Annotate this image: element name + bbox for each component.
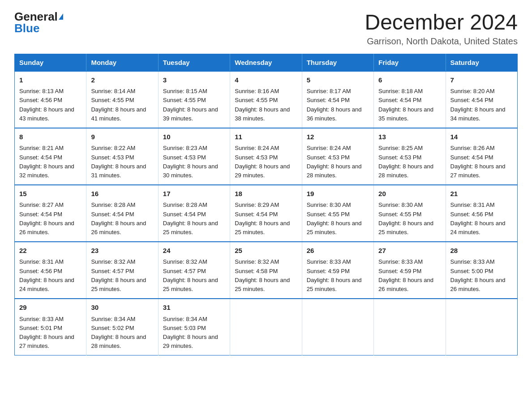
day-number: 3 bbox=[163, 75, 225, 86]
calendar-cell bbox=[374, 299, 446, 355]
calendar-cell: 22Sunrise: 8:31 AMSunset: 4:56 PMDayligh… bbox=[15, 242, 86, 299]
calendar-cell: 8Sunrise: 8:21 AMSunset: 4:54 PMDaylight… bbox=[15, 128, 86, 185]
calendar-body: 1Sunrise: 8:13 AMSunset: 4:56 PMDaylight… bbox=[15, 71, 518, 355]
calendar-cell: 7Sunrise: 8:20 AMSunset: 4:54 PMDaylight… bbox=[446, 71, 517, 128]
day-number: 24 bbox=[163, 246, 225, 256]
day-number: 28 bbox=[450, 246, 513, 256]
calendar-cell: 23Sunrise: 8:32 AMSunset: 4:57 PMDayligh… bbox=[86, 242, 158, 299]
day-info: Sunrise: 8:21 AMSunset: 4:54 PMDaylight:… bbox=[19, 145, 74, 178]
day-info: Sunrise: 8:28 AMSunset: 4:54 PMDaylight:… bbox=[163, 201, 218, 235]
calendar-cell: 18Sunrise: 8:29 AMSunset: 4:54 PMDayligh… bbox=[230, 185, 302, 242]
calendar-cell: 17Sunrise: 8:28 AMSunset: 4:54 PMDayligh… bbox=[158, 185, 230, 242]
day-info: Sunrise: 8:26 AMSunset: 4:54 PMDaylight:… bbox=[450, 145, 506, 178]
day-number: 30 bbox=[91, 303, 153, 313]
day-info: Sunrise: 8:29 AMSunset: 4:54 PMDaylight:… bbox=[235, 201, 290, 235]
day-info: Sunrise: 8:23 AMSunset: 4:53 PMDaylight:… bbox=[163, 145, 218, 178]
calendar-header: SundayMondayTuesdayWednesdayThursdayFrid… bbox=[15, 54, 518, 71]
weekday-header-monday: Monday bbox=[86, 54, 158, 71]
calendar-cell: 27Sunrise: 8:33 AMSunset: 4:59 PMDayligh… bbox=[374, 242, 446, 299]
day-number: 27 bbox=[378, 246, 441, 256]
calendar-cell: 5Sunrise: 8:17 AMSunset: 4:54 PMDaylight… bbox=[302, 71, 373, 128]
calendar-cell bbox=[446, 299, 517, 355]
day-number: 16 bbox=[91, 189, 153, 199]
calendar-cell: 30Sunrise: 8:34 AMSunset: 5:02 PMDayligh… bbox=[86, 299, 158, 355]
day-number: 26 bbox=[307, 246, 369, 256]
day-info: Sunrise: 8:22 AMSunset: 4:53 PMDaylight:… bbox=[91, 145, 146, 178]
calendar-cell: 3Sunrise: 8:15 AMSunset: 4:55 PMDaylight… bbox=[158, 71, 230, 128]
day-info: Sunrise: 8:15 AMSunset: 4:55 PMDaylight:… bbox=[163, 88, 218, 121]
day-info: Sunrise: 8:13 AMSunset: 4:56 PMDaylight:… bbox=[19, 88, 74, 121]
day-number: 10 bbox=[163, 132, 225, 142]
day-number: 22 bbox=[19, 246, 82, 256]
weekday-header-wednesday: Wednesday bbox=[230, 54, 302, 71]
calendar-cell: 2Sunrise: 8:14 AMSunset: 4:55 PMDaylight… bbox=[86, 71, 158, 128]
day-info: Sunrise: 8:16 AMSunset: 4:55 PMDaylight:… bbox=[235, 88, 290, 121]
day-number: 17 bbox=[163, 189, 225, 199]
weekday-header-saturday: Saturday bbox=[446, 54, 517, 71]
day-info: Sunrise: 8:24 AMSunset: 4:53 PMDaylight:… bbox=[307, 145, 362, 178]
day-number: 31 bbox=[163, 303, 225, 313]
day-number: 21 bbox=[450, 189, 513, 199]
calendar-cell: 15Sunrise: 8:27 AMSunset: 4:54 PMDayligh… bbox=[15, 185, 86, 242]
day-info: Sunrise: 8:34 AMSunset: 5:03 PMDaylight:… bbox=[163, 316, 218, 349]
calendar-cell: 1Sunrise: 8:13 AMSunset: 4:56 PMDaylight… bbox=[15, 71, 86, 128]
day-info: Sunrise: 8:18 AMSunset: 4:54 PMDaylight:… bbox=[378, 88, 433, 121]
weekday-header-friday: Friday bbox=[374, 54, 446, 71]
day-info: Sunrise: 8:25 AMSunset: 4:53 PMDaylight:… bbox=[378, 145, 433, 178]
day-number: 6 bbox=[378, 75, 441, 86]
logo-general: General bbox=[14, 11, 58, 22]
page-subtitle: Garrison, North Dakota, United States bbox=[365, 36, 518, 47]
day-number: 14 bbox=[450, 132, 513, 142]
day-number: 12 bbox=[307, 132, 369, 142]
calendar-cell: 26Sunrise: 8:33 AMSunset: 4:59 PMDayligh… bbox=[302, 242, 373, 299]
weekday-header-sunday: Sunday bbox=[15, 54, 86, 71]
day-info: Sunrise: 8:31 AMSunset: 4:56 PMDaylight:… bbox=[19, 258, 74, 292]
calendar-cell: 25Sunrise: 8:32 AMSunset: 4:58 PMDayligh… bbox=[230, 242, 302, 299]
day-info: Sunrise: 8:33 AMSunset: 4:59 PMDaylight:… bbox=[307, 258, 362, 292]
logo-blue: Blue bbox=[14, 21, 39, 35]
calendar-cell: 24Sunrise: 8:32 AMSunset: 4:57 PMDayligh… bbox=[158, 242, 230, 299]
calendar-cell: 16Sunrise: 8:28 AMSunset: 4:54 PMDayligh… bbox=[86, 185, 158, 242]
weekday-header-thursday: Thursday bbox=[302, 54, 373, 71]
logo: General Blue bbox=[14, 11, 63, 34]
calendar-cell: 20Sunrise: 8:30 AMSunset: 4:55 PMDayligh… bbox=[374, 185, 446, 242]
weekday-header-row: SundayMondayTuesdayWednesdayThursdayFrid… bbox=[15, 54, 518, 71]
day-info: Sunrise: 8:32 AMSunset: 4:58 PMDaylight:… bbox=[235, 258, 290, 292]
page-header: General Blue December 2024 Garrison, Nor… bbox=[14, 11, 518, 47]
day-info: Sunrise: 8:34 AMSunset: 5:02 PMDaylight:… bbox=[91, 316, 146, 349]
day-info: Sunrise: 8:14 AMSunset: 4:55 PMDaylight:… bbox=[91, 88, 146, 121]
calendar-week-row: 8Sunrise: 8:21 AMSunset: 4:54 PMDaylight… bbox=[15, 128, 518, 185]
day-number: 29 bbox=[19, 303, 82, 313]
calendar-cell: 12Sunrise: 8:24 AMSunset: 4:53 PMDayligh… bbox=[302, 128, 373, 185]
calendar-cell bbox=[302, 299, 373, 355]
calendar-week-row: 15Sunrise: 8:27 AMSunset: 4:54 PMDayligh… bbox=[15, 185, 518, 242]
calendar-cell: 29Sunrise: 8:33 AMSunset: 5:01 PMDayligh… bbox=[15, 299, 86, 355]
day-number: 7 bbox=[450, 75, 513, 86]
day-number: 2 bbox=[91, 75, 153, 86]
calendar-week-row: 29Sunrise: 8:33 AMSunset: 5:01 PMDayligh… bbox=[15, 299, 518, 355]
calendar-cell: 11Sunrise: 8:24 AMSunset: 4:53 PMDayligh… bbox=[230, 128, 302, 185]
calendar-cell: 28Sunrise: 8:33 AMSunset: 5:00 PMDayligh… bbox=[446, 242, 517, 299]
day-number: 19 bbox=[307, 189, 369, 199]
day-info: Sunrise: 8:32 AMSunset: 4:57 PMDaylight:… bbox=[91, 258, 146, 292]
day-number: 13 bbox=[378, 132, 441, 142]
calendar-cell: 14Sunrise: 8:26 AMSunset: 4:54 PMDayligh… bbox=[446, 128, 517, 185]
page-title: December 2024 bbox=[365, 11, 518, 34]
day-info: Sunrise: 8:24 AMSunset: 4:53 PMDaylight:… bbox=[235, 145, 290, 178]
day-number: 23 bbox=[91, 246, 153, 256]
calendar-cell: 31Sunrise: 8:34 AMSunset: 5:03 PMDayligh… bbox=[158, 299, 230, 355]
day-info: Sunrise: 8:27 AMSunset: 4:54 PMDaylight:… bbox=[19, 201, 74, 235]
day-info: Sunrise: 8:33 AMSunset: 4:59 PMDaylight:… bbox=[378, 258, 433, 292]
day-number: 25 bbox=[235, 246, 297, 256]
calendar-cell: 6Sunrise: 8:18 AMSunset: 4:54 PMDaylight… bbox=[374, 71, 446, 128]
day-info: Sunrise: 8:30 AMSunset: 4:55 PMDaylight:… bbox=[307, 201, 362, 235]
calendar-cell: 19Sunrise: 8:30 AMSunset: 4:55 PMDayligh… bbox=[302, 185, 373, 242]
day-info: Sunrise: 8:17 AMSunset: 4:54 PMDaylight:… bbox=[307, 88, 362, 121]
logo-triangle-icon bbox=[59, 13, 63, 20]
calendar-week-row: 1Sunrise: 8:13 AMSunset: 4:56 PMDaylight… bbox=[15, 71, 518, 128]
day-number: 9 bbox=[91, 132, 153, 142]
day-number: 20 bbox=[378, 189, 441, 199]
day-number: 11 bbox=[235, 132, 297, 142]
day-info: Sunrise: 8:20 AMSunset: 4:54 PMDaylight:… bbox=[450, 88, 506, 121]
day-number: 8 bbox=[19, 132, 82, 142]
